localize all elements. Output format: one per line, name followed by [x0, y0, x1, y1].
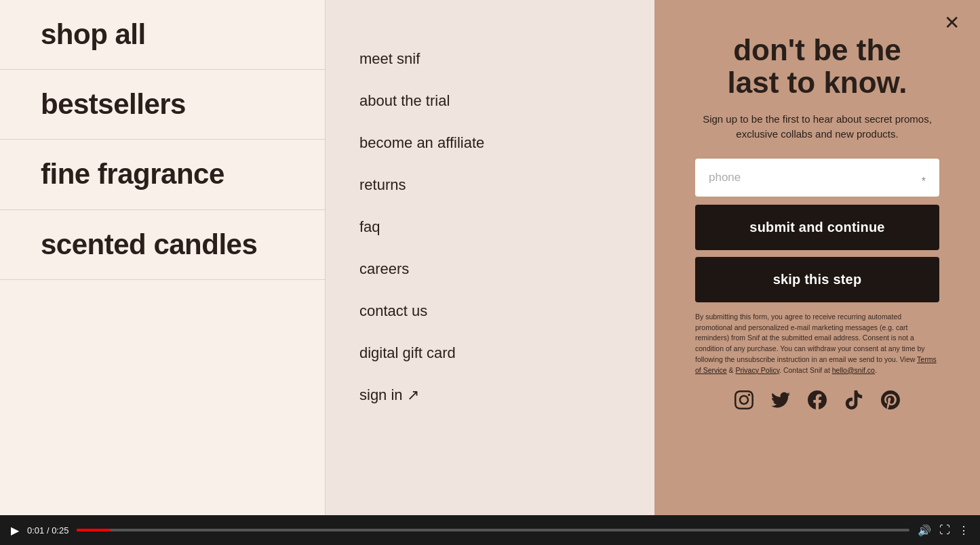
promo-subtitle: Sign up to be the first to hear about se… — [702, 112, 933, 142]
twitter-icon[interactable] — [770, 389, 791, 411]
sign-in-link[interactable]: sign in ↗ — [359, 377, 621, 413]
shop-all-label: shop all — [41, 18, 146, 50]
social-icons — [733, 389, 901, 411]
signup-panel: ✕ don't be thelast to know. Sign up to b… — [654, 0, 980, 515]
returns-link[interactable]: returns — [359, 167, 621, 203]
facebook-icon[interactable] — [806, 389, 828, 411]
scented-candles-item[interactable]: scented candles — [0, 210, 325, 280]
contact-us-link[interactable]: contact us — [359, 293, 621, 329]
about-trial-link[interactable]: about the trial — [359, 83, 621, 119]
bestsellers-item[interactable]: bestsellers — [0, 70, 325, 140]
privacy-policy-link[interactable]: Privacy Policy — [736, 366, 780, 374]
mid-nav: meet snif about the trial become an affi… — [326, 0, 654, 515]
fine-fragrance-label: fine fragrance — [41, 158, 224, 190]
gift-card-link[interactable]: digital gift card — [359, 335, 621, 371]
volume-button[interactable]: 🔊 — [918, 524, 931, 537]
required-asterisk: * — [922, 176, 926, 188]
progress-bar[interactable] — [77, 529, 909, 531]
skip-button[interactable]: skip this step — [695, 257, 939, 302]
legal-period: . — [875, 366, 877, 374]
legal-text: By submitting this form, you agree to re… — [695, 312, 939, 376]
legal-and: & — [727, 366, 736, 374]
submit-button[interactable]: submit and continue — [695, 205, 939, 250]
fine-fragrance-item[interactable]: fine fragrance — [0, 140, 325, 209]
phone-wrapper: * — [695, 159, 939, 205]
more-options-button[interactable]: ⋮ — [958, 524, 969, 537]
left-nav: shop all bestsellers fine fragrance scen… — [0, 0, 326, 515]
legal-main: By submitting this form, you agree to re… — [695, 312, 925, 363]
bestsellers-label: bestsellers — [41, 88, 186, 120]
careers-link[interactable]: careers — [359, 251, 621, 287]
play-button[interactable]: ▶ — [11, 524, 19, 537]
shop-all-item[interactable]: shop all — [0, 0, 325, 70]
progress-fill — [77, 529, 110, 531]
scented-candles-label: scented candles — [41, 228, 257, 260]
email-link[interactable]: hello@snif.co — [832, 366, 875, 374]
faq-link[interactable]: faq — [359, 209, 621, 245]
meet-snif-link[interactable]: meet snif — [359, 41, 621, 77]
close-button[interactable]: ✕ — [944, 14, 960, 33]
fullscreen-button[interactable]: ⛶ — [939, 524, 950, 536]
affiliate-link[interactable]: become an affiliate — [359, 125, 621, 161]
phone-input[interactable] — [695, 159, 939, 197]
video-controls: ▶ 0:01 / 0:25 🔊 ⛶ ⋮ — [0, 515, 980, 545]
legal-contact: . Contact Snif at — [779, 366, 832, 374]
instagram-icon[interactable] — [733, 389, 755, 411]
tiktok-icon[interactable] — [843, 389, 865, 411]
pinterest-icon[interactable] — [880, 389, 901, 411]
time-display: 0:01 / 0:25 — [27, 525, 68, 536]
promo-title: don't be thelast to know. — [728, 34, 907, 100]
